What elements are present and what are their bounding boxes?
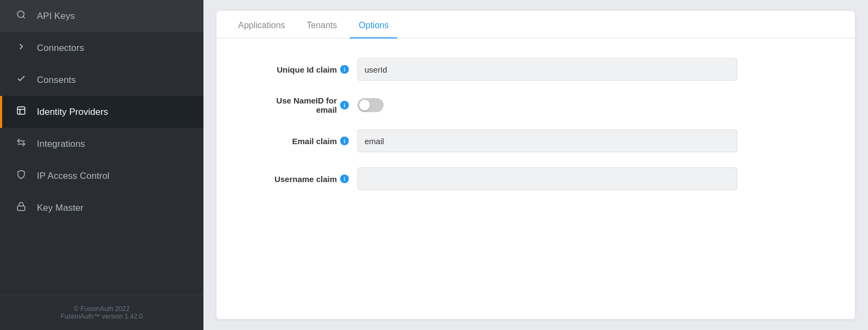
sidebar-item-label-ip-access-control: IP Access Control — [37, 171, 110, 182]
svg-rect-7 — [17, 206, 25, 210]
api-keys-icon — [15, 10, 27, 22]
sidebar-footer: © FusionAuth 2022 FusionAuth™ version 1.… — [0, 295, 203, 330]
tabs-bar: ApplicationsTenantsOptions — [216, 11, 855, 38]
input-username-claim[interactable] — [358, 167, 737, 190]
label-use-nameid-for-email: Use NameID foremaili — [238, 96, 358, 114]
tab-applications[interactable]: Applications — [229, 11, 293, 38]
key-master-icon — [15, 202, 27, 214]
sidebar-nav: API KeysConnectorsConsentsIdentity Provi… — [0, 0, 203, 295]
sidebar-item-label-key-master: Key Master — [37, 203, 84, 213]
input-unique-id-claim[interactable] — [358, 58, 737, 81]
label-text-unique-id-claim: Unique Id claim — [277, 65, 337, 74]
svg-point-0 — [17, 11, 24, 17]
label-text-email-claim: Email claim — [292, 137, 337, 146]
tab-options[interactable]: Options — [350, 11, 397, 38]
svg-line-1 — [23, 16, 24, 18]
svg-rect-2 — [17, 107, 25, 114]
form-row-username-claim: Username claimi — [238, 167, 833, 190]
sidebar-item-label-connectors: Connectors — [37, 43, 84, 54]
info-icon-use-nameid-for-email[interactable]: i — [340, 101, 349, 109]
sidebar-item-label-api-keys: API Keys — [37, 11, 75, 22]
main-content: ApplicationsTenantsOptions Unique Id cla… — [203, 0, 868, 330]
toggle-use-nameid-for-email[interactable] — [358, 98, 384, 112]
label-text-username-claim: Username claim — [275, 174, 337, 184]
label-username-claim: Username claimi — [238, 174, 358, 184]
label-unique-id-claim: Unique Id claimi — [238, 65, 358, 74]
info-icon-username-claim[interactable]: i — [340, 174, 349, 183]
form-row-email-claim: Email claimi — [238, 130, 833, 152]
label-email-claim: Email claimi — [238, 137, 358, 146]
sidebar-item-identity-providers[interactable]: Identity Providers — [0, 96, 203, 128]
sidebar-item-api-keys[interactable]: API Keys — [0, 0, 203, 32]
tab-tenants[interactable]: Tenants — [298, 11, 346, 38]
integrations-icon — [15, 138, 27, 150]
info-icon-email-claim[interactable]: i — [340, 137, 349, 145]
form-content: Unique Id claimiUse NameID foremailiEmai… — [216, 38, 855, 225]
sidebar-item-label-identity-providers: Identity Providers — [37, 107, 108, 118]
sidebar-item-connectors[interactable]: Connectors — [0, 32, 203, 64]
sidebar-item-key-master[interactable]: Key Master — [0, 192, 203, 224]
ip-access-control-icon — [15, 170, 27, 182]
content-card: ApplicationsTenantsOptions Unique Id cla… — [216, 11, 855, 319]
identity-providers-icon — [15, 106, 27, 118]
label-text-use-nameid-for-email: Use NameID foremail — [276, 96, 337, 114]
sidebar: API KeysConnectorsConsentsIdentity Provi… — [0, 0, 203, 330]
sidebar-item-ip-access-control[interactable]: IP Access Control — [0, 160, 203, 192]
consents-icon — [15, 74, 27, 86]
toggle-slider-use-nameid-for-email — [358, 98, 384, 112]
form-row-use-nameid-for-email: Use NameID foremaili — [238, 96, 833, 114]
sidebar-copyright: © FusionAuth 2022 — [15, 305, 188, 313]
info-icon-unique-id-claim[interactable]: i — [340, 65, 349, 74]
sidebar-item-integrations[interactable]: Integrations — [0, 128, 203, 160]
sidebar-item-consents[interactable]: Consents — [0, 64, 203, 96]
sidebar-version: FusionAuth™ version 1.42.0 — [15, 313, 188, 320]
input-email-claim[interactable] — [358, 130, 737, 152]
connectors-icon — [15, 42, 27, 54]
sidebar-item-label-consents: Consents — [37, 75, 76, 86]
form-row-unique-id-claim: Unique Id claimi — [238, 58, 833, 81]
sidebar-item-label-integrations: Integrations — [37, 139, 85, 150]
